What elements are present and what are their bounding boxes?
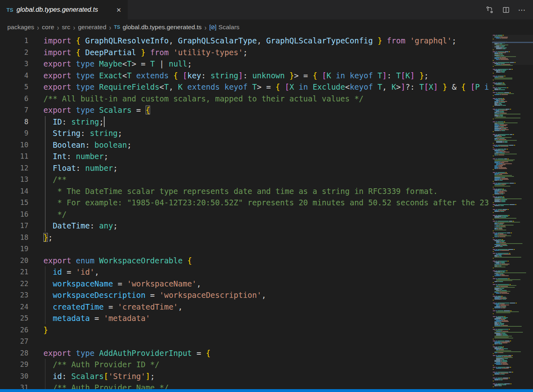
tab-global-db-types-generated[interactable]: TS global.db.types.generated.ts ✕ bbox=[0, 0, 128, 19]
line-number: 15 bbox=[0, 197, 28, 209]
breadcrumb-label: global.db.types.generated.ts bbox=[123, 24, 202, 31]
line-number: 30 bbox=[0, 370, 28, 382]
code-line-content: * For example: "1985-04-12T23:20:50.52Z"… bbox=[28, 197, 489, 209]
code-line[interactable]: 19 bbox=[0, 243, 492, 255]
indent-guide bbox=[45, 359, 45, 392]
code-line-content: export type Scalars = { bbox=[28, 104, 150, 116]
chevron-right-icon: › bbox=[57, 23, 59, 31]
breadcrumb-item-generated[interactable]: generated bbox=[78, 24, 106, 31]
line-number: 8 bbox=[0, 116, 28, 128]
code-line-content: /** bbox=[28, 174, 67, 185]
line-number: 19 bbox=[0, 243, 28, 255]
breadcrumb-label: packages bbox=[7, 24, 34, 31]
code-line-content: import { GraphQLResolveInfo, GraphQLScal… bbox=[28, 35, 456, 47]
code-line[interactable]: 2import { DeepPartial } from 'utility-ty… bbox=[0, 47, 492, 58]
breadcrumb-item-core[interactable]: core bbox=[42, 24, 54, 31]
code-line[interactable]: 5export type RequireFields<T, K extends … bbox=[0, 81, 492, 93]
tab-label: global.db.types.generated.ts bbox=[17, 6, 98, 13]
line-number: 9 bbox=[0, 127, 28, 139]
code-line[interactable]: 21 id = 'id', bbox=[0, 266, 492, 278]
status-bar-strip[interactable] bbox=[0, 389, 533, 392]
code-line[interactable]: 9 String: string; bbox=[0, 127, 492, 139]
chevron-right-icon: › bbox=[37, 23, 39, 31]
code-line[interactable]: 27 bbox=[0, 336, 492, 347]
minimap-slider[interactable] bbox=[492, 35, 533, 65]
line-number: 12 bbox=[0, 162, 28, 174]
code-line-content: Int: number; bbox=[28, 151, 108, 162]
code-line[interactable]: 29 /** Auth Provider ID */ bbox=[0, 359, 492, 370]
code-line[interactable]: 22 workspaceName = 'workspaceName', bbox=[0, 278, 492, 290]
breadcrumb-label: src bbox=[62, 24, 71, 31]
split-editor-icon[interactable] bbox=[501, 4, 511, 15]
open-changes-icon[interactable] bbox=[484, 4, 495, 15]
code-line-content: export type Exact<T extends { [key: stri… bbox=[28, 70, 429, 82]
code-line[interactable]: 10 Boolean: boolean; bbox=[0, 139, 492, 151]
typescript-file-icon: TS bbox=[6, 7, 13, 13]
code-line-content: ID: string; bbox=[28, 116, 104, 128]
code-line-content: * The DateTime scalar type represents da… bbox=[28, 185, 438, 197]
line-number: 5 bbox=[0, 81, 28, 93]
minimap-current-line bbox=[492, 42, 533, 43]
code-line[interactable]: 24 createdTime = 'createdTime', bbox=[0, 301, 492, 313]
code-line[interactable]: 6/** All built-in and custom scalars, ma… bbox=[0, 93, 492, 105]
code-line[interactable]: 7export type Scalars = { bbox=[0, 104, 492, 116]
code-line-content: Float: number; bbox=[28, 162, 118, 174]
breadcrumb: packages›core›src›generated›TSglobal.db.… bbox=[0, 19, 533, 35]
code-line[interactable]: 13 /** bbox=[0, 174, 492, 185]
code-line-content: } bbox=[28, 324, 48, 336]
code-line[interactable]: 3export type Maybe<T> = T | null; bbox=[0, 58, 492, 70]
breadcrumb-item-global-db-types-generated-ts[interactable]: TSglobal.db.types.generated.ts bbox=[114, 24, 202, 31]
code-line[interactable]: 23 workspaceDescription = 'workspaceDesc… bbox=[0, 289, 492, 301]
code-line-content: workspaceName = 'workspaceName', bbox=[28, 278, 201, 290]
code-line[interactable]: 20export enum WorkspaceOrderable { bbox=[0, 255, 492, 267]
line-number: 24 bbox=[0, 301, 28, 313]
code-editor[interactable]: 1import { GraphQLResolveInfo, GraphQLSca… bbox=[0, 35, 492, 392]
code-line-content: workspaceDescription = 'workspaceDescrip… bbox=[28, 289, 266, 301]
code-line-content: Boolean: boolean; bbox=[28, 139, 131, 151]
code-line[interactable]: 11 Int: number; bbox=[0, 151, 492, 162]
line-number: 3 bbox=[0, 58, 28, 70]
code-line-content: export type Maybe<T> = T | null; bbox=[28, 58, 192, 70]
line-number: 20 bbox=[0, 255, 28, 267]
line-number: 6 bbox=[0, 93, 28, 105]
close-icon[interactable]: ✕ bbox=[114, 6, 123, 14]
code-line-content: id = 'id', bbox=[28, 266, 99, 278]
code-line[interactable]: 25 metadata = 'metadata' bbox=[0, 312, 492, 324]
code-line-content: export type AddAuthProviderInput = { bbox=[28, 347, 211, 359]
line-number: 16 bbox=[0, 209, 28, 220]
line-number: 26 bbox=[0, 324, 28, 336]
chevron-right-icon: › bbox=[204, 23, 206, 31]
code-line-content: DateTime: any; bbox=[28, 220, 118, 232]
line-number: 22 bbox=[0, 278, 28, 290]
line-number: 17 bbox=[0, 220, 28, 232]
code-line[interactable]: 12 Float: number; bbox=[0, 162, 492, 174]
code-line-content: String: string; bbox=[28, 127, 123, 139]
code-line[interactable]: 4export type Exact<T extends { [key: str… bbox=[0, 70, 492, 82]
code-line[interactable]: 17 DateTime: any; bbox=[0, 220, 492, 232]
code-line-content: */ bbox=[28, 209, 67, 220]
minimap[interactable] bbox=[492, 35, 533, 389]
line-number: 1 bbox=[0, 35, 28, 47]
code-line[interactable]: 8 ID: string; bbox=[0, 116, 492, 128]
code-line-content: export type RequireFields<T, K extends k… bbox=[28, 81, 489, 93]
code-line-content bbox=[28, 243, 43, 255]
breadcrumb-label: generated bbox=[78, 24, 106, 31]
editor-actions: ⋯ bbox=[484, 0, 533, 19]
line-number: 13 bbox=[0, 174, 28, 185]
line-number: 23 bbox=[0, 289, 28, 301]
more-actions-icon[interactable]: ⋯ bbox=[517, 4, 527, 15]
breadcrumb-item-scalars[interactable]: [⊘]Scalars bbox=[209, 24, 239, 31]
breadcrumb-item-src[interactable]: src bbox=[62, 24, 71, 31]
code-line[interactable]: 18}; bbox=[0, 232, 492, 243]
code-line[interactable]: 1import { GraphQLResolveInfo, GraphQLSca… bbox=[0, 35, 492, 47]
code-line[interactable]: 30 id: Scalars['String']; bbox=[0, 370, 492, 382]
code-line[interactable]: 14 * The DateTime scalar type represents… bbox=[0, 185, 492, 197]
indent-guide bbox=[45, 116, 45, 232]
code-line[interactable]: 16 */ bbox=[0, 209, 492, 220]
code-line[interactable]: 26} bbox=[0, 324, 492, 336]
chevron-right-icon: › bbox=[109, 23, 111, 31]
breadcrumb-item-packages[interactable]: packages bbox=[7, 24, 34, 31]
code-line[interactable]: 28export type AddAuthProviderInput = { bbox=[0, 347, 492, 359]
code-line[interactable]: 15 * For example: "1985-04-12T23:20:50.5… bbox=[0, 197, 492, 209]
line-number: 11 bbox=[0, 151, 28, 162]
